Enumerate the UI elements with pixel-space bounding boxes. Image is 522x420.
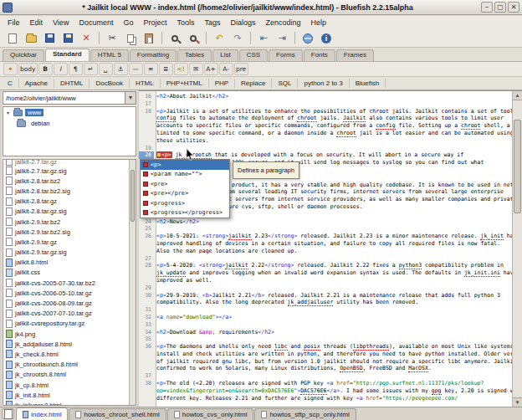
file-item[interactable]: jailkit-2.8.tar.bz2 bbox=[3, 176, 129, 186]
editor-line[interactable]: 25 bbox=[139, 225, 512, 233]
new-document-button[interactable] bbox=[3, 30, 22, 46]
snippets-tab-replace[interactable]: Replace bbox=[235, 79, 272, 88]
file-item[interactable]: jailkit-2.8.tar.gz bbox=[3, 197, 129, 207]
menu-go[interactable]: Go bbox=[118, 18, 138, 28]
editor-line[interactable]: 31 bbox=[139, 306, 512, 314]
directory-selector[interactable]: /home2/olivier/jailkit/www ▾ bbox=[3, 91, 136, 105]
maximize-button[interactable]: ▢ bbox=[494, 2, 506, 13]
snippets-tab-c[interactable]: C bbox=[2, 79, 19, 88]
file-item[interactable]: jailkit-cvs-2006-08-09.tar.gz bbox=[3, 298, 129, 308]
file-item[interactable]: jailkit.8.html bbox=[3, 258, 129, 268]
nbsp-button[interactable]: ␣ bbox=[99, 63, 113, 75]
scroll-down-arrow-icon[interactable]: ▼ bbox=[513, 397, 522, 407]
html-toolbar-tab-formatting[interactable]: Formatting bbox=[130, 49, 177, 61]
html-toolbar-tab-forms[interactable]: Forms bbox=[269, 49, 303, 61]
snippets-tab-php[interactable]: PHP bbox=[209, 79, 235, 88]
copy-button[interactable] bbox=[121, 30, 140, 46]
menu-tools[interactable]: Tools bbox=[171, 18, 199, 28]
autocomplete-item[interactable]: <p> bbox=[141, 160, 229, 170]
file-item[interactable]: jk_addjailuser.8.html bbox=[3, 339, 129, 349]
document-tab-index-html[interactable]: index.html bbox=[16, 407, 68, 420]
line-break-button[interactable]: ↵ bbox=[84, 63, 98, 75]
new-document-tab-button[interactable] bbox=[2, 408, 14, 419]
file-item[interactable]: jailkit.css bbox=[3, 268, 129, 278]
file-item[interactable]: jailkit-2.8.tar.gz.sig bbox=[3, 207, 129, 217]
comment-button[interactable]: <! bbox=[174, 63, 188, 75]
autocomplete-item[interactable]: <param name=""> bbox=[141, 170, 229, 180]
snippets-tab-html[interactable]: HTML bbox=[130, 79, 161, 88]
html-toolbar-tab-standard[interactable]: Standard bbox=[45, 49, 90, 61]
redo-button[interactable]: ↷ bbox=[228, 30, 247, 46]
file-item[interactable]: jailkit-2.9.tar.gz bbox=[3, 237, 129, 247]
paragraph-button[interactable]: ¶ bbox=[69, 63, 83, 75]
menu-tags[interactable]: Tags bbox=[199, 18, 225, 28]
file-list-scrollbar-thumb[interactable] bbox=[130, 170, 135, 222]
body-button[interactable]: body bbox=[18, 63, 38, 75]
file-item[interactable]: jailkit-2.9.tar.gz.sig bbox=[3, 248, 129, 258]
editor-line[interactable]: 17 bbox=[139, 100, 512, 108]
find-replace-button[interactable] bbox=[184, 30, 202, 46]
editor-scrollbar-thumb[interactable] bbox=[514, 120, 521, 213]
menu-edit[interactable]: Edit bbox=[25, 18, 49, 28]
file-item[interactable]: jk_chrootsh.8.html bbox=[3, 370, 129, 380]
editor-line[interactable]: of jailkit required gnu libc, but from v… bbox=[139, 358, 512, 366]
scroll-up-arrow-icon[interactable]: ▲ bbox=[513, 91, 522, 100]
save-as-button[interactable] bbox=[59, 30, 77, 46]
html-toolbar-tab-css[interactable]: CSS bbox=[239, 49, 268, 61]
editor-line[interactable]: config files to automate the deployment … bbox=[139, 115, 512, 122]
file-item[interactable]: jailkit-2.9.tar.bz2.sig bbox=[3, 227, 129, 237]
minimize-button[interactable]: − bbox=[481, 2, 493, 13]
html-toolbar-tab-fonts[interactable]: Fonts bbox=[304, 49, 335, 61]
file-item[interactable]: jailkit-cvs-2005-07-30.tar.bz2 bbox=[3, 278, 129, 288]
editor-area[interactable]: 16<h2>About Jailkit</h2>1718<p>Jailkit i… bbox=[139, 90, 522, 407]
paste-button[interactable] bbox=[140, 30, 158, 46]
center-button[interactable]: ≡ bbox=[144, 63, 158, 75]
indent-button[interactable]: ⇥ bbox=[273, 30, 291, 46]
file-item[interactable]: jk_cp.8.html bbox=[3, 380, 129, 390]
menu-view[interactable]: View bbox=[48, 18, 74, 28]
editor-line[interactable]: compatibility. Also the long deprecated … bbox=[139, 299, 512, 306]
horizontal-rule-button[interactable]: — bbox=[129, 63, 143, 75]
file-list-scrollbar[interactable] bbox=[129, 160, 136, 405]
close-button[interactable]: ✕ bbox=[508, 2, 519, 13]
snippets-tab-python-2-to-3[interactable]: python 2 to 3 bbox=[298, 79, 349, 88]
editor-line[interactable]: 27 bbox=[139, 255, 512, 263]
snippets-tab-apache[interactable]: Apache bbox=[19, 79, 54, 88]
undo-button[interactable]: ↶ bbox=[210, 30, 228, 46]
expander-icon[interactable]: ▾ bbox=[7, 110, 13, 115]
unindent-button[interactable]: ⇤ bbox=[254, 30, 273, 46]
snippets-tab-sql[interactable]: SQL bbox=[272, 79, 298, 88]
autocomplete-item[interactable]: <pre></pre> bbox=[141, 189, 229, 199]
editor-line[interactable]: Also the man page locations are cleaned … bbox=[139, 248, 512, 255]
font-size-plus-button[interactable]: A+ bbox=[204, 63, 218, 75]
dropdown-arrow-icon[interactable]: ▾ bbox=[125, 92, 136, 104]
editor-line[interactable]: 30<p>29-9-2019: <b>Jailkit 2.21</b> rele… bbox=[139, 292, 512, 300]
html-toolbar-tab-frames[interactable]: Frames bbox=[336, 49, 374, 61]
email-button[interactable]: ✉ bbox=[189, 63, 203, 75]
font-size-minus-button[interactable]: A- bbox=[219, 63, 233, 75]
tree-item-www[interactable]: ▾www bbox=[3, 107, 136, 118]
editor-line[interactable]: 36<p>The daemons and shells only need li… bbox=[139, 343, 512, 351]
file-item[interactable]: jk_check.8.html bbox=[3, 349, 129, 359]
titlebar[interactable]: * Jailkit local WWW - index.html (/home2… bbox=[0, 0, 522, 15]
close-file-button[interactable]: ✕ bbox=[77, 30, 95, 46]
tree-item-debian[interactable]: debian bbox=[3, 118, 136, 129]
find-button[interactable] bbox=[166, 30, 184, 46]
preformatted-button[interactable]: pre bbox=[234, 63, 248, 75]
file-item[interactable]: jailkit-2.8.tar.bz2.sig bbox=[3, 186, 129, 196]
bold-button[interactable]: B bbox=[38, 63, 53, 75]
document-tab-howtos-cvs-only-html[interactable]: howtos_cvs_only.html bbox=[167, 408, 254, 420]
autocomplete-item[interactable]: <progress> bbox=[141, 198, 229, 208]
editor-line[interactable]: different key. Releases 2.21 and further… bbox=[139, 395, 512, 402]
editor-line[interactable]: 35 bbox=[139, 335, 512, 343]
editor-line[interactable]: 24<h2>News</h2> bbox=[139, 218, 512, 226]
autocomplete-item[interactable]: <pre> bbox=[141, 179, 229, 189]
editor-line[interactable]: install and check utilities are written … bbox=[139, 351, 512, 358]
editor-line[interactable]: 18<p>Jailkit is a set of utilities to en… bbox=[139, 108, 512, 115]
editor-line[interactable]: these utilities. bbox=[139, 137, 512, 145]
editor-line[interactable]: 38<p>The old (<2.20) releases are signed… bbox=[139, 380, 512, 387]
editor-line[interactable]: confirmed to work on Solaris, many Linux… bbox=[139, 365, 512, 372]
file-item[interactable]: jailkit-cvs-2007-07-10.tar.gz bbox=[3, 309, 129, 319]
editor-line[interactable]: limited to some specific command, or a d… bbox=[139, 130, 512, 137]
menu-project[interactable]: Project bbox=[138, 18, 171, 28]
